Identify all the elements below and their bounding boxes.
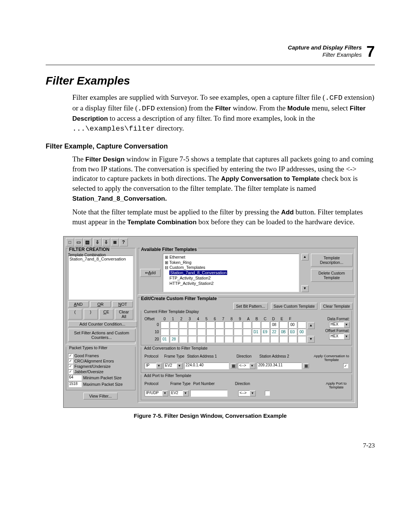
hex-row-0: 0 0800 (145, 321, 307, 328)
offset-format-label: Offset Format: (325, 329, 350, 333)
lparen-button[interactable]: ( (68, 309, 82, 320)
apply-conv-checkbox[interactable]: ✓ (343, 363, 348, 368)
available-templates-group: Available Filter Templates ⇐Add ⊞ Ethern… (138, 248, 355, 295)
edit-template-label: Edit/Create Custom Filter Template (140, 296, 218, 301)
add-conversation-group: Add Conversation to Filter Template Prot… (141, 347, 352, 373)
page-number: 7-23 (46, 442, 375, 449)
tb-list-icon[interactable]: ≣ (111, 238, 119, 246)
packet-types-group: Packet Types to Filter ✓Good Frames ✓CRC… (66, 347, 135, 390)
and-button[interactable]: AND (68, 301, 89, 307)
current-display-label: Current Filter Template Display (143, 309, 200, 314)
conv-sa1-color-button[interactable]: ▦ (231, 363, 236, 368)
port-number-input[interactable] (190, 390, 228, 397)
filter-design-window: □ ▭ ▤ ⇩ ⇩ ≣ ? FILTER CREATION Template C… (63, 236, 358, 408)
clear-all-button[interactable]: Clear All (115, 309, 133, 320)
add-port-group: Add Port to Filter Template Protocol Fra… (141, 374, 352, 400)
hex-header: Offset 0123456789ABCDEF (145, 317, 307, 321)
add-template-button[interactable]: ⇐Add (140, 269, 161, 277)
tb-help-icon[interactable]: ? (119, 238, 128, 246)
min-packet-row: 64 Minimum Packet Size (68, 375, 133, 381)
header-rule (46, 65, 375, 65)
intro-paragraph: Filter examples are supplied with Survey… (72, 93, 375, 134)
save-custom-template-button[interactable]: Save Custom Template (271, 303, 317, 310)
clear-template-button[interactable]: Clear Template (320, 303, 352, 310)
not-button[interactable]: NOT (112, 301, 133, 307)
filter-creation-label: FILTER CREATION (68, 247, 111, 252)
hex-scroll-up-icon[interactable]: ▲ (307, 322, 315, 329)
conv-sa2-color-button[interactable]: ▦ (303, 363, 309, 368)
packet-types-label: Packet Types to Filter (68, 345, 109, 350)
chk-good-frames[interactable]: ✓Good Frames (68, 353, 133, 358)
chk-jabber[interactable]: ✓Jabber/Oversize (68, 369, 133, 374)
subheading: Filter Example, Capture Conversation (46, 142, 375, 150)
conv-sa1-input[interactable]: 224.0.1.40 (184, 363, 229, 369)
set-bit-pattern-button[interactable]: Set Bit Pattern... (233, 303, 268, 310)
add-counter-button[interactable]: Add Counter Condition... (68, 321, 137, 327)
para-3: Note that the filter template must be ap… (72, 207, 375, 227)
apply-port-label: Apply Port to Template (323, 382, 350, 390)
tb-down2-icon[interactable]: ⇩ (102, 238, 110, 246)
port-frametype-select[interactable]: EV2▼ (170, 390, 189, 396)
left-arrow-icon: ⇐ (145, 270, 148, 275)
port-direction-select[interactable]: <-->▼ (238, 390, 256, 396)
add-port-label: Add Port to Filter Template (143, 373, 193, 378)
set-actions-button[interactable]: Set Filter Actions and Custom Counters..… (68, 329, 135, 342)
view-filter-button[interactable]: View Filter... (83, 393, 118, 399)
template-combination-box[interactable]: Station_7and_8_Conversation (68, 256, 133, 300)
chk-crc[interactable]: ✓CRC/Alignment Errors (68, 359, 133, 364)
tb-new-icon[interactable]: □ (66, 238, 74, 246)
chapter-title: Capture and Display Filters (288, 44, 362, 51)
tree-selected[interactable]: Station_7and_8_Conversation (169, 270, 227, 275)
conv-sa2-input[interactable]: 209.233.34.11 (257, 363, 302, 369)
or-button[interactable]: OR (90, 301, 111, 307)
scroll-down-icon[interactable]: ▼ (301, 285, 309, 292)
template-description-button[interactable]: Template Description... (311, 254, 353, 267)
apply-conv-label: Apply Conversation to Template (314, 354, 350, 362)
min-packet-input[interactable]: 64 (68, 375, 82, 381)
conv-protocol-select[interactable]: IP▼ (145, 363, 162, 369)
filter-creation-group: FILTER CREATION Template Combination Sta… (66, 248, 135, 344)
port-protocol-select[interactable]: IP/UDP▼ (145, 390, 168, 396)
tb-down1-icon[interactable]: ⇩ (93, 238, 102, 246)
tb-open-icon[interactable]: ▭ (75, 238, 83, 246)
ce-button[interactable]: CE (99, 309, 113, 320)
hex-scroll-down-icon[interactable]: ▼ (307, 336, 315, 343)
section-title-runhead: Filter Examples (322, 51, 362, 58)
rparen-button[interactable]: ) (84, 309, 98, 320)
toolbar: □ ▭ ▤ ⇩ ⇩ ≣ ? (66, 238, 355, 246)
scroll-up-icon[interactable]: ▲ (301, 254, 309, 260)
max-packet-row: 1518 Maximum Packet Size (68, 381, 133, 387)
tb-save-icon[interactable]: ▤ (83, 238, 92, 246)
chevron-down-icon: ▼ (344, 334, 350, 340)
chk-fragment[interactable]: ✓Fragment/Undersize (68, 364, 133, 369)
conv-direction-select[interactable]: <-->▼ (238, 363, 255, 369)
running-head: Capture and Display Filters Filter Examp… (46, 42, 375, 61)
template-tree[interactable]: ⊞ Ethernet ⊞ Token_Ring ⊟ Custom_Templat… (163, 254, 299, 292)
edit-template-group: Edit/Create Custom Filter Template Set B… (138, 297, 355, 403)
section-heading: Filter Examples (46, 74, 375, 87)
figure-caption: Figure 7-5. Filter Design Window, Conver… (46, 412, 375, 419)
offset-format-select[interactable]: HEX▼ (329, 334, 350, 340)
para-2: The Filter Design window in Figure 7-5 s… (72, 154, 375, 203)
available-templates-label: Available Filter Templates (140, 247, 198, 252)
current-display-group: Current Filter Template Display Offset 0… (141, 310, 352, 345)
max-packet-input[interactable]: 1518 (68, 381, 82, 387)
hex-row-2: 20 0128 (145, 336, 307, 343)
conv-frametype-select[interactable]: EV2▼ (164, 363, 183, 369)
data-format-label: Data Format: (327, 317, 349, 321)
data-format-select[interactable]: HEX▼ (329, 322, 350, 328)
delete-template-button[interactable]: Delete Custom Template (311, 269, 353, 282)
chapter-number: 7 (366, 42, 375, 61)
hex-row-1: 10 D1E9220BE000 (145, 329, 307, 335)
add-conversation-label: Add Conversation to Filter Template (143, 346, 209, 350)
chevron-down-icon: ▼ (344, 322, 350, 328)
apply-port-checkbox[interactable] (265, 391, 270, 396)
